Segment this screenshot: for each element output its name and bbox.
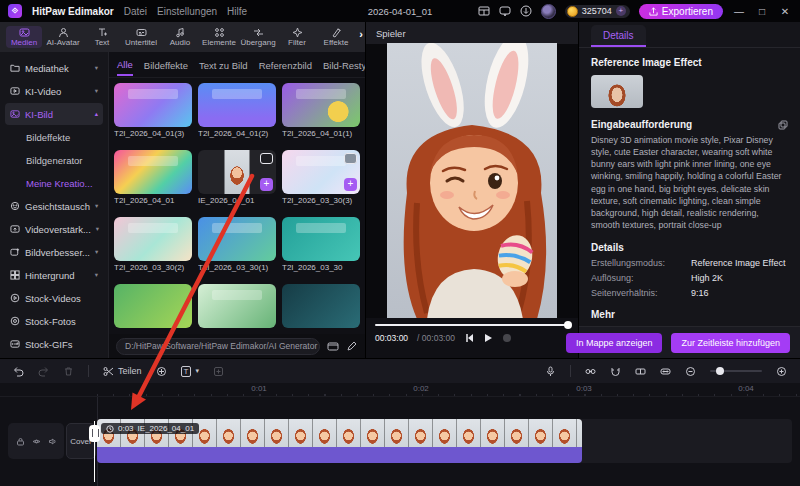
media-thumbnail[interactable] [114,83,192,127]
ribbon-tab-filter[interactable]: Filter [279,26,315,48]
ribbon-tab-untertitel[interactable]: Untertitel [123,26,159,48]
split-button[interactable]: Teilen [103,366,142,377]
sidebar-item-stockvideos[interactable]: Stock-Videos [5,287,103,309]
play-button[interactable] [483,333,493,343]
download-icon[interactable] [520,5,532,17]
folder-badge-icon[interactable] [344,153,357,164]
media-item[interactable]: +T2I_2026_03_30(3) [282,150,360,205]
library-tab-bildeffekte[interactable]: Bildeffekte [144,55,188,75]
ribbon-tab-bergang[interactable]: Übergang [240,26,276,48]
folder-badge-icon[interactable] [260,153,273,164]
minimize-button[interactable]: — [732,6,746,17]
library-tab-textzubild[interactable]: Text zu Bild [199,55,248,75]
media-item[interactable]: T2I_2026_04_01 [114,150,192,205]
media-item[interactable]: T2I_2026_04_01(1) [282,83,360,138]
media-item[interactable] [198,284,276,330]
copy-icon[interactable] [778,120,788,130]
media-item[interactable] [282,284,360,330]
output-path-field[interactable]: D:/HitPaw Software/HitPaw Edimakor/AI Ge… [116,338,320,355]
media-thumbnail[interactable] [114,284,192,328]
ribbon-tab-medien[interactable]: Medien [6,26,42,48]
media-item[interactable]: +IE_2026_04_01 [198,150,276,205]
ribbon-tab-effekte[interactable]: Effekte [318,26,354,48]
timeline-clip[interactable]: 0:03 IE_2026_04_01 [97,419,582,463]
seek-knob[interactable] [564,321,572,329]
sidebar-item-videoverstrk[interactable]: Videoverstärk...▾ [5,218,103,240]
ribbon-tab-elemente[interactable]: Elemente [201,26,237,48]
next-frame-button[interactable] [502,333,512,343]
maximize-button[interactable]: □ [755,6,769,17]
zoom-in-button[interactable] [776,366,787,377]
show-in-folder-button[interactable]: In Mappe anzeigen [566,333,663,353]
playhead[interactable] [94,421,95,482]
sidebar-item-mediathek[interactable]: Mediathek▾ [5,57,103,79]
timeline-ruler[interactable]: 0:010:020:030:04 [0,383,800,397]
zoom-out-button[interactable] [685,366,696,377]
undo-button[interactable] [13,366,24,377]
media-thumbnail[interactable] [114,217,192,261]
ribbon-tab-aiavatar[interactable]: AI-Avatar [45,26,81,48]
zoom-slider-knob[interactable] [716,367,724,375]
chat-icon[interactable] [499,5,511,17]
media-thumbnail[interactable] [282,83,360,127]
seek-bar[interactable] [375,324,569,326]
sidebar-item-stockgifs[interactable]: Stock-GIFs [5,333,103,355]
previous-frame-button[interactable] [464,333,474,343]
media-thumbnail[interactable] [282,217,360,261]
add-to-timeline-icon[interactable]: + [260,178,273,191]
ribbon-overflow-chevron[interactable]: › [359,28,363,40]
add-to-timeline-button[interactable]: Zur Zeitleiste hinzufügen [671,333,790,353]
sidebar-item-kivideo[interactable]: KI-Video▾ [5,80,103,102]
record-voice-button[interactable] [545,366,556,377]
media-thumbnail[interactable] [198,217,276,261]
redo-button[interactable] [38,366,49,377]
sidebar-item-hintergrund[interactable]: Hintergrund▾ [5,264,103,286]
media-thumbnail[interactable] [198,284,276,328]
media-item[interactable]: T2I_2026_04_01(2) [198,83,276,138]
reference-image-thumbnail[interactable] [591,75,643,108]
ripple-edit-button[interactable] [635,366,646,377]
avatar[interactable] [541,4,556,19]
fit-timeline-button[interactable] [660,366,671,377]
mute-icon[interactable] [48,437,57,446]
media-item[interactable]: T2I_2026_03_30 [282,217,360,272]
sidebar-item-stockfotos[interactable]: Stock-Fotos [5,310,103,332]
sidebar-item-gesichtstausch[interactable]: Gesichtstausch▾ [5,195,103,217]
crop-button[interactable] [156,366,167,377]
sidebar-item-bildeffekte[interactable]: Bildeffekte [5,126,103,148]
eye-icon[interactable] [32,437,41,446]
media-thumbnail[interactable] [282,284,360,328]
playhead-grip[interactable] [89,425,100,442]
ribbon-tab-audio[interactable]: Audio [162,26,198,48]
add-coins-icon[interactable]: + [616,6,626,16]
add-marker-button[interactable] [213,366,224,377]
sidebar-item-bildgenerator[interactable]: Bildgenerator [5,149,103,171]
export-button[interactable]: Exportieren [639,4,723,19]
close-button[interactable]: ✕ [778,6,792,17]
media-thumbnail[interactable] [198,83,276,127]
coin-balance[interactable]: 325704 + [565,5,630,18]
link-clips-button[interactable] [585,366,596,377]
media-item[interactable] [114,284,192,330]
menu-hilfe[interactable]: Hilfe [227,6,247,17]
media-item[interactable]: T2I_2026_03_30(1) [198,217,276,272]
library-tab-referenzbild[interactable]: Referenzbild [259,55,312,75]
magnet-snap-button[interactable] [610,366,621,377]
ribbon-tab-text[interactable]: Text [84,26,120,48]
media-item[interactable]: T2I_2026_04_01(3) [114,83,192,138]
tab-details[interactable]: Details [591,25,646,47]
library-tab-alle[interactable]: Alle [117,54,133,76]
media-thumbnail[interactable]: + [198,150,276,194]
media-item[interactable]: T2I_2026_03_30(2) [114,217,192,272]
timeline-zoom-slider[interactable] [710,370,762,372]
menu-datei[interactable]: Datei [124,6,147,17]
open-folder-icon[interactable] [327,340,339,352]
menu-einstellungen[interactable]: Einstellungen [157,6,217,17]
edit-path-icon[interactable] [346,340,358,352]
text-tool-button[interactable]: T▾ [181,366,199,377]
media-thumbnail[interactable] [114,150,192,194]
add-to-timeline-icon[interactable]: + [344,178,357,191]
media-thumbnail[interactable]: + [282,150,360,194]
lock-icon[interactable] [16,437,25,446]
layout-icon[interactable] [478,5,490,17]
